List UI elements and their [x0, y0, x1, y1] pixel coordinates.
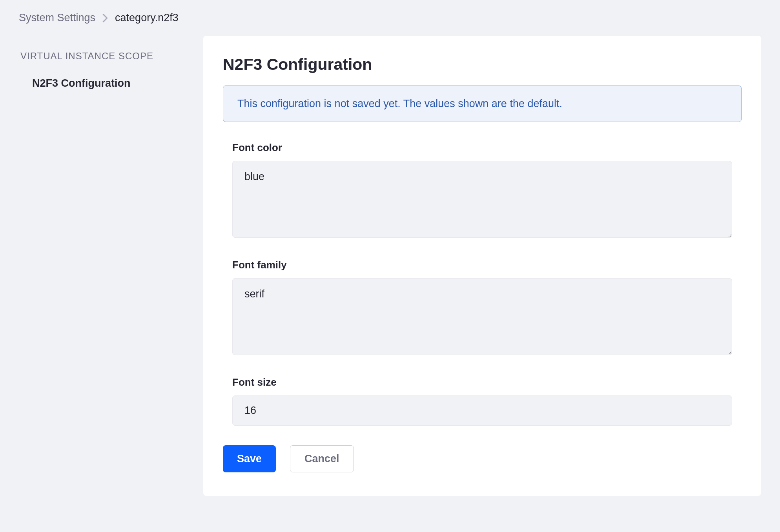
breadcrumb-parent-link[interactable]: System Settings: [19, 12, 95, 24]
form-group-font-size: Font size: [223, 376, 742, 426]
button-row: Save Cancel: [223, 445, 742, 472]
font-family-input[interactable]: serif: [232, 278, 732, 355]
breadcrumb-current: category.n2f3: [115, 12, 179, 24]
font-color-label: Font color: [232, 142, 732, 154]
sidebar-heading: VIRTUAL INSTANCE SCOPE: [20, 51, 203, 62]
sidebar-item-n2f3-configuration[interactable]: N2F3 Configuration: [20, 77, 203, 89]
font-size-input[interactable]: [232, 395, 732, 426]
font-family-label: Font family: [232, 259, 732, 271]
save-button[interactable]: Save: [223, 445, 276, 472]
sidebar: VIRTUAL INSTANCE SCOPE N2F3 Configuratio…: [19, 36, 203, 89]
page-title: N2F3 Configuration: [223, 55, 742, 74]
breadcrumb: System Settings category.n2f3: [0, 0, 780, 36]
font-size-label: Font size: [232, 376, 732, 388]
cancel-button[interactable]: Cancel: [290, 445, 354, 472]
form-group-font-family: Font family serif: [223, 259, 742, 357]
chevron-right-icon: [102, 14, 108, 22]
form-group-font-color: Font color blue: [223, 142, 742, 239]
alert-info: This configuration is not saved yet. The…: [223, 86, 742, 122]
font-color-input[interactable]: blue: [232, 161, 732, 238]
main-card: N2F3 Configuration This configuration is…: [203, 36, 761, 496]
